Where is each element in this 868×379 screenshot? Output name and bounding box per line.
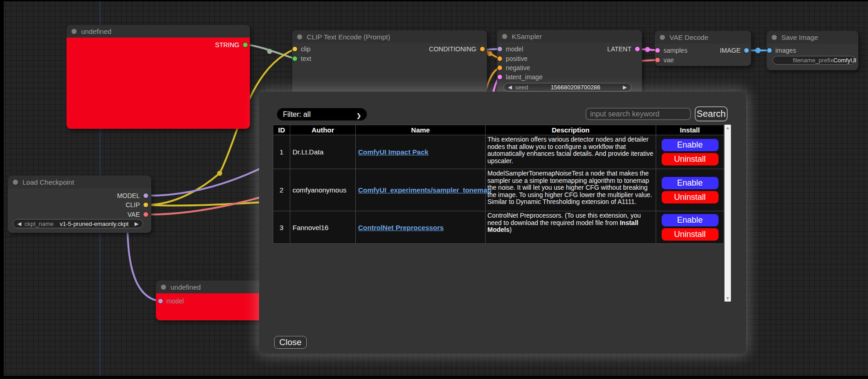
model-output-port[interactable] [144, 193, 148, 198]
collapse-dot[interactable] [72, 29, 77, 34]
uninstall-button[interactable]: Uninstall [662, 191, 719, 203]
vae-output-port[interactable] [144, 212, 148, 217]
description-text: ControlNet Preprocessors. (To use this e… [487, 212, 641, 226]
cell-id: 1 [273, 135, 290, 169]
string-output-port[interactable] [243, 43, 248, 47]
positive-input-port[interactable] [498, 56, 502, 61]
input-label: model [166, 297, 184, 305]
text-input-port[interactable] [293, 56, 297, 61]
decrement-arrow-icon[interactable]: ◀ [508, 84, 512, 90]
node-title-bar[interactable]: CLIP Text Encode (Prompt) [292, 30, 487, 43]
node-title: undefined [81, 27, 111, 35]
cell-install: EnableUninstall [656, 169, 724, 211]
cell-author: Dr.Lt.Data [290, 135, 356, 169]
node-save-image[interactable]: Save Image images filename_prefix ComfyU… [767, 31, 858, 70]
node-title-bar[interactable]: undefined [156, 280, 262, 293]
wire-string-to-text [245, 44, 295, 59]
extensions-table-body: 1Dr.Lt.DataComfyUI Impact PackThis exten… [273, 135, 724, 244]
clip-output-port[interactable] [144, 203, 148, 207]
enable-button[interactable]: Enable [662, 214, 719, 226]
node-vae-decode[interactable]: VAE Decode samples vae IMAGE [655, 31, 751, 66]
node-body: model positive negative latent_image LAT… [497, 43, 642, 95]
collapse-dot[interactable] [502, 34, 507, 39]
collapse-dot[interactable] [660, 35, 665, 40]
table-scrollbar[interactable]: ▲ ▼ [724, 125, 731, 302]
cell-description: ModelSamplerTonemapNoiseTest a node that… [486, 169, 656, 211]
node-body-error: model [156, 293, 262, 320]
output-label: LATENT [607, 45, 631, 53]
cell-name: ControlNet Preprocessors [356, 211, 486, 244]
images-input-port[interactable] [767, 48, 772, 53]
search-input[interactable] [586, 108, 691, 120]
latent-output-port[interactable] [635, 47, 640, 51]
extension-link[interactable]: ComfyUI Impact Pack [358, 148, 428, 156]
cell-id: 3 [273, 211, 290, 244]
seed-widget[interactable]: ◀ seed 156680208700286 ▶ [503, 83, 631, 92]
node-undefined-bottom[interactable]: undefined model [156, 280, 262, 320]
samples-input-port[interactable] [655, 48, 660, 53]
previous-arrow-icon[interactable]: ◀ [17, 221, 21, 227]
node-title-bar[interactable]: Load Checkpoint [8, 176, 151, 188]
widget-value: v1-5-pruned-emaonly.ckpt [54, 220, 134, 227]
model-input-port[interactable] [158, 299, 163, 303]
filename-prefix-widget[interactable]: filename_prefix ComfyUI [773, 56, 855, 65]
node-undefined-top[interactable]: undefined STRING [66, 25, 250, 129]
column-header: Install [656, 125, 724, 135]
cell-description: This extension offers various detector n… [486, 135, 656, 169]
collapse-dot[interactable] [297, 34, 302, 39]
widget-label: filename_prefix [793, 57, 833, 64]
scroll-down-icon[interactable]: ▼ [724, 296, 731, 301]
extension-link[interactable]: ControlNet Preprocessors [358, 224, 444, 231]
uninstall-button[interactable]: Uninstall [662, 153, 719, 165]
close-button[interactable]: Close [274, 336, 307, 349]
cell-author: Fannovel16 [290, 211, 356, 244]
negative-input-port[interactable] [498, 66, 502, 70]
latent-image-input-port[interactable] [498, 75, 502, 79]
enable-button[interactable]: Enable [662, 177, 719, 189]
uninstall-button[interactable]: Uninstall [662, 228, 719, 241]
collapse-dot[interactable] [13, 180, 18, 185]
increment-arrow-icon[interactable]: ▶ [623, 84, 627, 90]
search-button[interactable]: Search [695, 106, 728, 121]
wire-dot [487, 51, 492, 56]
canvas-edge-bottom [0, 376, 868, 379]
collapse-dot[interactable] [161, 285, 166, 290]
column-header: ID [273, 125, 290, 135]
node-graph-canvas[interactable]: undefined STRING CLIP Text Encode (Promp… [0, 0, 868, 379]
output-label: VAE [127, 211, 140, 218]
filter-select[interactable]: Filter: all [277, 108, 367, 121]
model-input-port[interactable] [498, 47, 502, 51]
node-body: samples vae IMAGE [655, 44, 751, 66]
canvas-edge-top [0, 0, 868, 1]
conditioning-output-port[interactable] [480, 47, 485, 51]
wire-dot [267, 49, 272, 54]
cell-author: comfyanonymous [290, 169, 356, 211]
ckpt-name-widget[interactable]: ◀ ckpt_name v1-5-pruned-emaonly.ckpt ▶ [13, 219, 143, 228]
wire-dot [755, 48, 761, 53]
node-clip-text-encode[interactable]: CLIP Text Encode (Prompt) clip text COND… [292, 30, 487, 95]
widget-value: ComfyUI [833, 57, 859, 64]
next-arrow-icon[interactable]: ▶ [135, 221, 138, 227]
scroll-up-icon[interactable]: ▲ [724, 126, 731, 130]
node-body: MODEL CLIP VAE ◀ ckpt_name v1-5-pruned-e… [8, 188, 151, 233]
node-load-checkpoint[interactable]: Load Checkpoint MODEL CLIP VAE ◀ ckpt_na… [8, 176, 151, 233]
vae-input-port[interactable] [655, 58, 660, 62]
node-ksampler[interactable]: KSampler model positive negative latent_… [497, 30, 642, 95]
input-label: text [301, 55, 311, 62]
extension-link[interactable]: ComfyUI_experiments/sampler_tonemap [358, 186, 492, 194]
clip-input-port[interactable] [293, 47, 297, 51]
output-label: IMAGE [720, 47, 741, 54]
node-title-bar[interactable]: KSampler [497, 30, 642, 43]
node-title-bar[interactable]: VAE Decode [655, 31, 751, 44]
canvas-edge-left [0, 0, 4, 379]
collapse-dot[interactable] [772, 35, 777, 40]
output-label: MODEL [117, 192, 140, 199]
widget-value: 156680208700286 [528, 84, 623, 91]
column-header: Author [290, 125, 356, 135]
image-output-port[interactable] [744, 48, 749, 53]
description-text: ) [509, 226, 512, 233]
wire-dot [217, 171, 222, 176]
enable-button[interactable]: Enable [662, 139, 719, 151]
node-title-bar[interactable]: Save Image [767, 31, 858, 44]
node-title-bar[interactable]: undefined [66, 25, 250, 38]
